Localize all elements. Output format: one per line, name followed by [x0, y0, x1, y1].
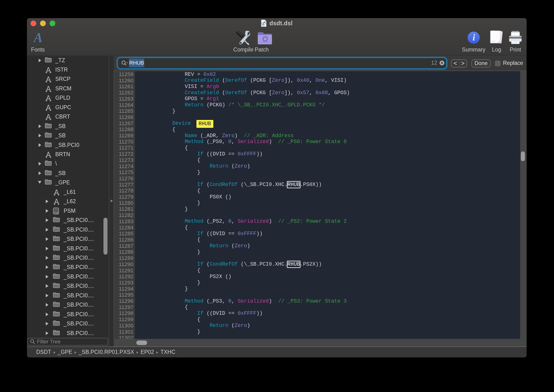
svg-text:i: i: [473, 33, 475, 42]
svg-text:DSL: DSL: [263, 25, 265, 27]
